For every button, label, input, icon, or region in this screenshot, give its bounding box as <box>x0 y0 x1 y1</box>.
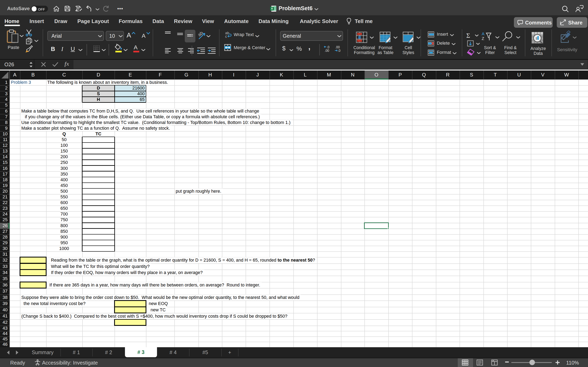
svg-text:Z: Z <box>482 36 484 41</box>
svg-text:.00: .00 <box>335 45 340 49</box>
svg-text:.00: .00 <box>325 49 329 52</box>
svg-text:X: X <box>271 7 273 10</box>
svg-text:c: c <box>225 34 227 38</box>
svg-text:A: A <box>482 31 484 36</box>
svg-text:.0: .0 <box>327 45 329 49</box>
svg-text:.0: .0 <box>338 49 340 52</box>
